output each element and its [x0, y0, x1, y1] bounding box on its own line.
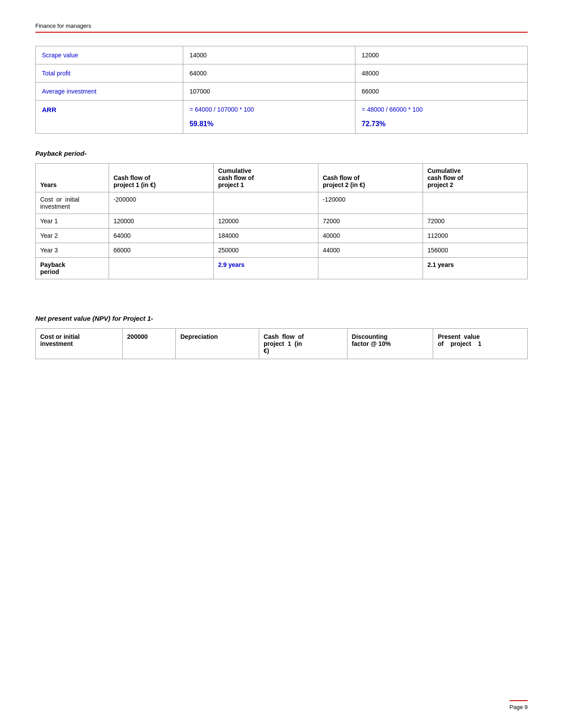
arr-label: ARR: [36, 101, 183, 134]
payback-heading: Payback period-: [35, 150, 528, 157]
cf1-0: -200000: [109, 192, 213, 214]
cf1-3: 66000: [109, 243, 213, 258]
page-number: Page 9: [510, 704, 528, 710]
page: Finance for managers Scrape value 14000 …: [0, 0, 563, 728]
arr-formula-1: = 64000 / 107000 * 100: [189, 106, 349, 113]
col-cf2-header: Cash flow of project 2 (in €): [318, 164, 423, 192]
scrape-value-label: Scrape value: [36, 46, 183, 64]
footer-line: [510, 700, 528, 701]
npv-col-pv: Present valueof project 1: [433, 329, 528, 359]
arr-result-2: 72.73%: [362, 120, 521, 128]
npv-col-discounting: Discountingfactor @ 10%: [347, 329, 433, 359]
arr-value-1: = 64000 / 107000 * 100 59.81%: [183, 101, 355, 134]
cf1-2: 64000: [109, 229, 213, 243]
cf2-2: 40000: [318, 229, 423, 243]
npv-col-depreciation: Depreciation: [176, 329, 259, 359]
payback-table: Years Cash flow of project 1 (in €) Cumu…: [35, 163, 528, 279]
npv-heading: Net present value (NPV) for Project 1-: [35, 315, 528, 322]
col-years-header: Years: [36, 164, 109, 192]
page-footer: Page 9: [510, 700, 528, 710]
arr-value-2: = 48000 / 66000 * 100 72.73%: [355, 101, 528, 134]
year-label-3: Year 3: [36, 243, 109, 258]
ccf2-1: 72000: [423, 214, 527, 229]
cf2-0: -120000: [318, 192, 423, 214]
ccf2-2: 112000: [423, 229, 527, 243]
ccf2-0: [423, 192, 527, 214]
cf2-3: 44000: [318, 243, 423, 258]
col-cf1-header: Cash flow of project 1 (in €): [109, 164, 213, 192]
cf1-1: 120000: [109, 214, 213, 229]
npv-col-investment: Cost or initialinvestment: [36, 329, 123, 359]
table-row: Scrape value 14000 12000: [36, 46, 528, 64]
cf2-1: 72000: [318, 214, 423, 229]
payback-cf1: [109, 258, 213, 279]
npv-table: Cost or initialinvestment 200000 Depreci…: [35, 328, 528, 359]
arr-result-1: 59.81%: [189, 120, 349, 128]
avg-investment-label: Average investment: [36, 83, 183, 101]
npv-col-investment-value: 200000: [122, 329, 176, 359]
col-ccf2-header: Cumulative cash flow of project 2: [423, 164, 527, 192]
payback-cf2: [318, 258, 423, 279]
avg-investment-1: 107000: [183, 83, 355, 101]
payback-label: Paybackperiod: [36, 258, 109, 279]
total-profit-label: Total profit: [36, 64, 183, 83]
table-row: Cost or initialinvestment -200000 -12000…: [36, 192, 528, 214]
col-ccf1-header: Cumulative cash flow of project 1: [213, 164, 318, 192]
payback-ccf2: 2.1 years: [423, 258, 527, 279]
scrape-value-1: 14000: [183, 46, 355, 64]
year-label-2: Year 2: [36, 229, 109, 243]
total-profit-2: 48000: [355, 64, 528, 83]
table-row: Year 1 120000 120000 72000 72000: [36, 214, 528, 229]
page-header: Finance for managers: [35, 22, 528, 33]
year-label-1: Year 1: [36, 214, 109, 229]
arr-row: ARR = 64000 / 107000 * 100 59.81% = 4800…: [36, 101, 528, 134]
npv-col-cashflow: Cash flow ofproject 1 (in€): [259, 329, 348, 359]
arr-formula-2: = 48000 / 66000 * 100: [362, 106, 521, 113]
year-label-0: Cost or initialinvestment: [36, 192, 109, 214]
table-row: Total profit 64000 48000: [36, 64, 528, 83]
ccf2-3: 156000: [423, 243, 527, 258]
ccf1-1: 120000: [213, 214, 318, 229]
scrape-value-2: 12000: [355, 46, 528, 64]
spacer: [35, 297, 528, 310]
payback-ccf1: 2.9 years: [213, 258, 318, 279]
table-row: Average investment 107000 66000: [36, 83, 528, 101]
npv-header-row: Cost or initialinvestment 200000 Depreci…: [36, 329, 528, 359]
payback-table-header: Years Cash flow of project 1 (in €) Cumu…: [36, 164, 528, 192]
avg-investment-2: 66000: [355, 83, 528, 101]
ccf1-3: 250000: [213, 243, 318, 258]
table-row: Year 2 64000 184000 40000 112000: [36, 229, 528, 243]
header-title: Finance for managers: [35, 23, 91, 29]
ccf1-2: 184000: [213, 229, 318, 243]
ccf1-0: [213, 192, 318, 214]
table-row: Year 3 66000 250000 44000 156000: [36, 243, 528, 258]
total-profit-1: 64000: [183, 64, 355, 83]
payback-period-row: Paybackperiod 2.9 years 2.1 years: [36, 258, 528, 279]
summary-table: Scrape value 14000 12000 Total profit 64…: [35, 46, 528, 134]
